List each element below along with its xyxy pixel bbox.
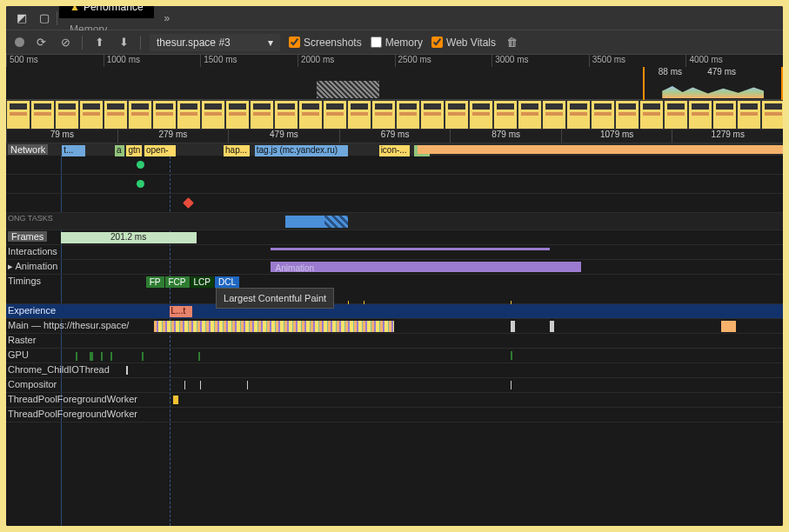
device-toggle-icon[interactable]: ▢ xyxy=(34,8,55,29)
save-profile-icon[interactable]: ⬇ xyxy=(116,36,131,49)
dcl-chip[interactable]: DCL xyxy=(215,276,239,288)
threadpool-track-1[interactable]: ThreadPoolForegroundWorker xyxy=(6,393,783,408)
screenshot-thumb[interactable] xyxy=(177,100,201,130)
screenshot-thumb[interactable] xyxy=(128,100,152,130)
screenshot-thumb[interactable] xyxy=(79,100,104,130)
long-tasks-track[interactable]: ONG TASKS xyxy=(6,213,783,230)
layout-shift-chip[interactable]: L...t xyxy=(170,306,193,317)
screenshot-thumb[interactable] xyxy=(298,100,323,130)
load-profile-icon[interactable]: ⬆ xyxy=(91,36,107,49)
green-marker-icon xyxy=(137,161,144,169)
screenshot-thumb[interactable] xyxy=(274,100,298,130)
lcp-tooltip: Largest Contentful Paint xyxy=(216,288,334,309)
overview-cursor-right: 479 ms xyxy=(707,67,736,76)
tab-performance[interactable]: ▲Performance xyxy=(59,6,154,18)
chrome-io-track[interactable]: Chrome_ChildIOThread xyxy=(6,363,783,378)
interactions-track[interactable]: Interactions xyxy=(6,245,783,260)
memory-checkbox[interactable]: Memory xyxy=(371,37,423,49)
screenshot-thumb[interactable] xyxy=(469,100,493,130)
timings-track[interactable]: Timings FPFCPLCPDCL Largest Contentful P… xyxy=(6,275,783,304)
screenshot-thumb[interactable] xyxy=(688,100,712,130)
screenshots-checkbox[interactable]: Screenshots xyxy=(289,37,362,49)
lcp-chip[interactable]: LCP xyxy=(191,276,214,288)
screenshot-thumb[interactable] xyxy=(396,100,420,130)
reload-icon[interactable]: ⟳ xyxy=(33,36,49,49)
screenshot-thumb[interactable] xyxy=(30,100,55,130)
more-tabs-icon[interactable]: » xyxy=(156,7,179,30)
screenshot-thumb[interactable] xyxy=(518,100,542,130)
overview-pane[interactable]: 500 ms1000 ms1500 ms2000 ms2500 ms3000 m… xyxy=(6,55,783,100)
screenshot-thumb[interactable] xyxy=(104,100,128,130)
screenshot-thumb[interactable] xyxy=(542,100,566,130)
screenshot-thumb[interactable] xyxy=(420,100,445,130)
screenshot-thumb[interactable] xyxy=(639,100,664,130)
gpu-track[interactable]: GPU xyxy=(6,349,783,363)
fcp-chip[interactable]: FCP xyxy=(165,276,190,288)
screenshot-thumb[interactable] xyxy=(712,100,737,130)
fp-chip[interactable]: FP xyxy=(146,276,164,288)
screenshot-thumb[interactable] xyxy=(250,100,274,130)
network-track[interactable]: Network t...agtnopen-hap...tag.js (mc.ya… xyxy=(6,143,783,156)
webvitals-checkbox[interactable]: Web Vitals xyxy=(431,37,496,49)
devtools-window: ◩ ▢ ElementsConsoleSources▲Network▲Perfo… xyxy=(6,6,783,526)
frame-duration: 201.2 ms xyxy=(61,232,197,243)
frames-track[interactable]: Frames 201.2 ms xyxy=(6,230,783,245)
vitals-row-2 xyxy=(6,175,783,194)
raster-track[interactable]: Raster xyxy=(6,334,783,349)
animation-bar: Animation xyxy=(271,262,581,272)
screenshot-thumb[interactable] xyxy=(371,100,396,130)
screenshot-thumb[interactable] xyxy=(445,100,469,130)
screenshot-thumb[interactable] xyxy=(347,100,371,130)
red-marker-icon xyxy=(184,197,195,209)
screenshot-thumb[interactable] xyxy=(225,100,250,130)
main-track[interactable]: Main — https://thesur.space/ xyxy=(6,319,783,334)
screenshot-filmstrip[interactable] xyxy=(6,100,783,130)
green-marker-icon xyxy=(137,180,144,188)
screenshot-thumb[interactable] xyxy=(152,100,177,130)
vitals-row-3 xyxy=(6,194,783,213)
screenshot-thumb[interactable] xyxy=(323,100,347,130)
clear-icon[interactable]: ⊘ xyxy=(57,36,73,49)
vitals-row-1 xyxy=(6,156,783,175)
screenshot-thumb[interactable] xyxy=(737,100,761,130)
profile-select-value: thesur.space #3 xyxy=(157,37,231,49)
devtools-tabbar: ◩ ▢ ElementsConsoleSources▲Network▲Perfo… xyxy=(6,6,783,30)
perf-toolbar: ⟳ ⊘ ⬆ ⬇ thesur.space #3▾ Screenshots Mem… xyxy=(6,30,783,55)
overview-cursor-left: 88 ms xyxy=(659,67,682,76)
delete-profile-icon[interactable]: 🗑 xyxy=(505,36,520,49)
screenshot-thumb[interactable] xyxy=(664,100,688,130)
screenshot-thumb[interactable] xyxy=(761,100,783,130)
timeline-ruler[interactable]: 79 ms279 ms479 ms679 ms879 ms1079 ms1279… xyxy=(6,130,783,143)
screenshot-thumb[interactable] xyxy=(201,100,225,130)
flame-chart[interactable]: Network t...agtnopen-hap...tag.js (mc.ya… xyxy=(6,143,783,526)
screenshot-thumb[interactable] xyxy=(566,100,591,130)
inspect-icon[interactable]: ◩ xyxy=(11,8,32,29)
compositor-track[interactable]: Compositor xyxy=(6,378,783,393)
screenshot-thumb[interactable] xyxy=(615,100,639,130)
screenshot-thumb[interactable] xyxy=(493,100,518,130)
record-button[interactable] xyxy=(15,37,24,47)
screenshot-thumb[interactable] xyxy=(6,100,30,130)
animation-track[interactable]: ▸ Animation Animation xyxy=(6,260,783,275)
screenshot-thumb[interactable] xyxy=(591,100,615,130)
profile-select[interactable]: thesur.space #3▾ xyxy=(150,34,280,51)
screenshot-thumb[interactable] xyxy=(55,100,79,130)
threadpool-track-2[interactable]: ThreadPoolForegroundWorker xyxy=(6,408,783,422)
experience-track[interactable]: Experience L...t xyxy=(6,304,783,319)
